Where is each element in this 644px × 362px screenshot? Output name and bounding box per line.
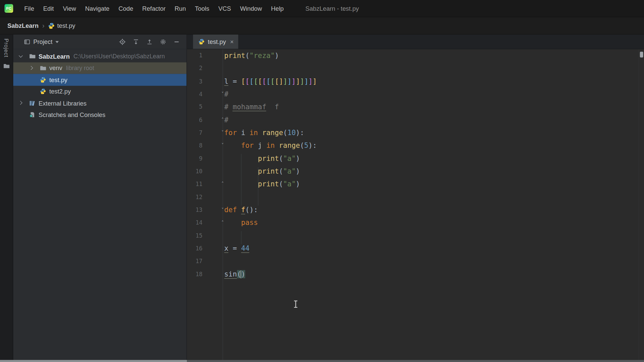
editor-scrollbar-track[interactable]: [639, 49, 644, 362]
line-number[interactable]: 3: [187, 75, 203, 88]
code-text: x = 44: [224, 242, 250, 255]
breadcrumb-file[interactable]: test.py: [57, 22, 75, 29]
window-title: SabzLearn - test.py: [306, 5, 359, 12]
project-tree: SabzLearnC:\Users\User\Desktop\SabzLearn…: [13, 49, 186, 121]
pycharm-logo-icon: PC: [4, 4, 13, 13]
tree-item-label: test2.py: [49, 88, 71, 95]
chevron-down-icon[interactable]: [18, 53, 24, 59]
menu-file[interactable]: File: [20, 0, 39, 17]
project-tool-button[interactable]: Project: [3, 39, 9, 57]
code-line-17[interactable]: 17: [187, 255, 644, 268]
code-line-14[interactable]: 14˄ pass: [187, 217, 644, 229]
code-text: #: [224, 114, 229, 126]
line-number[interactable]: 2: [187, 62, 203, 75]
tree-item-detail: library root: [66, 65, 94, 71]
code-line-13[interactable]: 13˅def f():: [187, 203, 644, 216]
menu-vcs[interactable]: VCS: [214, 0, 235, 17]
line-number[interactable]: 15: [187, 229, 203, 242]
chevron-right-icon[interactable]: [29, 65, 35, 71]
menu-run[interactable]: Run: [170, 0, 191, 17]
left-tool-strip: Project: [0, 35, 13, 362]
code-line-2[interactable]: 2: [187, 62, 644, 75]
expand-all-icon[interactable]: [133, 38, 140, 45]
python-icon: [40, 88, 47, 95]
project-view-icon[interactable]: [24, 38, 31, 45]
line-number[interactable]: 16: [187, 242, 203, 255]
folder-icon: [40, 65, 47, 72]
code-line-16[interactable]: 16x = 44: [187, 242, 644, 255]
code-line-3[interactable]: 3l = [[[[[[[[[]]]]]]]]]: [187, 75, 644, 88]
breadcrumb-separator-icon: ›: [42, 22, 45, 29]
line-number[interactable]: 17: [187, 255, 203, 268]
pycharm-screen: PC FileEditViewNavigateCodeRefactorRunTo…: [0, 0, 644, 362]
line-number[interactable]: 12: [187, 191, 203, 203]
hide-panel-icon[interactable]: [173, 38, 180, 45]
folder-icon[interactable]: [3, 63, 10, 69]
project-panel: Project SabzLearnC:\Users: [13, 35, 187, 362]
bottom-scrollbar-strip[interactable]: [0, 360, 644, 362]
code-text: # mohammaf f: [224, 101, 279, 113]
code-line-18[interactable]: 18sin(): [187, 268, 644, 281]
tree-item-label: test.py: [49, 76, 67, 83]
menu-bar: PC FileEditViewNavigateCodeRefactorRunTo…: [0, 0, 644, 17]
line-number[interactable]: 4: [187, 88, 203, 101]
line-number[interactable]: 14: [187, 217, 203, 229]
line-number[interactable]: 11: [187, 178, 203, 191]
line-number[interactable]: 6: [187, 114, 203, 126]
code-line-15[interactable]: 15: [187, 229, 644, 242]
tree-item-sabzlearn[interactable]: SabzLearnC:\Users\User\Desktop\SabzLearn: [13, 51, 186, 62]
tree-item-label: venv: [49, 65, 62, 72]
project-panel-hscrollbar-thumb[interactable]: [0, 360, 187, 362]
close-icon[interactable]: ×: [230, 39, 234, 45]
line-number[interactable]: 5: [187, 101, 203, 113]
line-number[interactable]: 18: [187, 268, 203, 281]
code-line-10[interactable]: 10 print("a"): [187, 165, 644, 178]
code-editor[interactable]: 1print("reza")23l = [[[[[[[[[]]]]]]]]]4˅…: [187, 49, 644, 362]
tab-test-py[interactable]: test.py ×: [193, 35, 238, 49]
tree-item-label: SabzLearn: [39, 53, 70, 60]
code-line-11[interactable]: 11˄ print("a"): [187, 178, 644, 191]
tree-item-detail: C:\Users\User\Desktop\SabzLearn: [73, 53, 165, 60]
tree-item-test2-py[interactable]: test2.py: [13, 85, 186, 97]
code-text: print("a"): [224, 152, 300, 165]
menu-tools[interactable]: Tools: [191, 0, 214, 17]
chevron-right-icon[interactable]: [18, 100, 24, 106]
mouse-ibeam-cursor: [293, 300, 299, 309]
menu-edit[interactable]: Edit: [39, 0, 58, 17]
line-number[interactable]: 7: [187, 126, 203, 139]
code-text: pass: [224, 217, 258, 229]
line-number[interactable]: 10: [187, 165, 203, 178]
ide-window: PC FileEditViewNavigateCodeRefactorRunTo…: [0, 0, 644, 362]
code-text: sin(): [224, 268, 246, 281]
menu-navigate[interactable]: Navigate: [80, 0, 114, 17]
line-number[interactable]: 9: [187, 152, 203, 165]
line-number[interactable]: 1: [187, 49, 203, 62]
code-line-6[interactable]: 6˄#: [187, 114, 644, 126]
project-panel-header: Project: [13, 35, 186, 49]
menu-window[interactable]: Window: [235, 0, 266, 17]
project-panel-title[interactable]: Project: [33, 38, 52, 45]
code-line-12[interactable]: 12: [187, 191, 644, 203]
menu-view[interactable]: View: [58, 0, 80, 17]
menu-refactor[interactable]: Refactor: [138, 0, 170, 17]
code-line-1[interactable]: 1print("reza"): [187, 49, 644, 62]
breadcrumb-project[interactable]: SabzLearn: [7, 22, 39, 29]
locate-icon[interactable]: [119, 38, 126, 45]
tree-item-external-libraries[interactable]: External Libraries: [13, 97, 186, 109]
menu-code[interactable]: Code: [114, 0, 138, 17]
code-line-9[interactable]: 9 print("a"): [187, 152, 644, 165]
tree-item-venv[interactable]: venvlibrary root: [13, 62, 186, 74]
menu-help[interactable]: Help: [266, 0, 288, 17]
tree-item-scratches-and-consoles[interactable]: Scratches and Consoles: [13, 109, 186, 121]
code-line-8[interactable]: 8˅ for j in range(5):: [187, 139, 644, 152]
line-number[interactable]: 13: [187, 203, 203, 216]
collapse-all-icon[interactable]: [146, 38, 153, 45]
line-number[interactable]: 8: [187, 139, 203, 152]
code-line-5[interactable]: 5# mohammaf f: [187, 101, 644, 113]
chevron-down-icon[interactable]: [55, 41, 59, 43]
code-line-4[interactable]: 4˅#: [187, 88, 644, 101]
settings-gear-icon[interactable]: [160, 38, 166, 45]
editor-scrollbar-thumb[interactable]: [640, 52, 643, 57]
code-line-7[interactable]: 7˅for i in range(10):: [187, 126, 644, 139]
tree-item-test-py[interactable]: test.py: [13, 74, 186, 85]
